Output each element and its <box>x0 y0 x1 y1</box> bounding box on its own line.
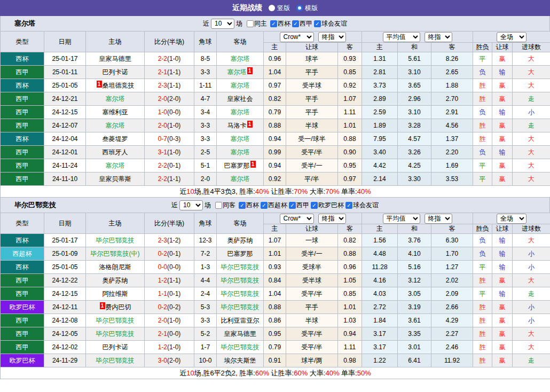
column-header: 客场 <box>217 213 264 234</box>
winloss-result-cell: 胜 <box>473 92 492 106</box>
handicap-line-cell: 平手 <box>286 92 338 106</box>
goals-result-cell: 大 <box>513 173 550 186</box>
corners-cell: 3-3 <box>194 66 217 79</box>
corners-cell: 4-7 <box>194 92 217 106</box>
team-name-text: 毕尔巴鄂竞技 <box>96 330 135 338</box>
away-team-cell: 皇家社会 <box>217 92 264 106</box>
summary-value: 70% <box>294 187 308 195</box>
avg-away-odds-cell: 1.88 <box>431 79 473 92</box>
column-subheader: 客 <box>431 43 473 52</box>
away-team-cell: 比利亚雷亚尔 <box>217 314 264 327</box>
summary-label: 场,胜4平3负3, 胜率: <box>194 187 255 195</box>
scope-select[interactable]: 全场 <box>497 32 527 42</box>
handicap-odds-header-group: Crow*终指 <box>264 32 362 43</box>
radio-horizontal-icon[interactable] <box>296 5 303 11</box>
column-header: 类型 <box>1 32 44 52</box>
recent-count-select[interactable]: 10 <box>179 200 203 210</box>
away-team-cell: 塞尔塔 <box>217 106 264 119</box>
column-subheader: 胜负 <box>473 224 492 234</box>
same-venue-checkbox[interactable] <box>247 20 254 27</box>
halftime-score: (0-0) <box>167 108 180 116</box>
handicap-away-odds-cell: 0.96 <box>338 261 362 274</box>
team-name-text: 皇家马德里 <box>224 330 256 338</box>
final-odds-select[interactable]: 终指 <box>318 214 346 224</box>
avg-draw-odds-cell: 4.25 <box>398 159 431 173</box>
league-cell: 西甲 <box>1 287 44 301</box>
goals-result-cell: 大 <box>513 146 550 159</box>
avg-home-odds-cell: 4.03 <box>362 287 398 301</box>
league-checkbox[interactable]: ✓ <box>292 20 299 27</box>
avg-home-odds-cell: 1.56 <box>362 234 398 247</box>
match-row: 西甲24-12-02巴列卡诺1-2(1-0)1-7毕尔巴鄂竞技0.79受平/半1… <box>1 341 550 354</box>
team-name-text: 埃尔夫斯堡 <box>224 357 256 364</box>
away-team-cell: 奥萨苏纳 <box>217 234 264 247</box>
corners-cell: 5-2 <box>194 327 217 341</box>
matches-table: 类型日期主场比分(半场)角球客场Crow*终指平均值终指全场主让球客主和客胜负让… <box>0 31 550 198</box>
radio-vertical-icon[interactable] <box>269 5 275 11</box>
halftime-score: (1-1) <box>167 68 180 76</box>
halftime-score: (0-0) <box>167 330 180 338</box>
halftime-score: (2-0) <box>167 95 180 103</box>
corners-cell: 5-3 <box>194 301 217 314</box>
date-cell: 24-12-22 <box>44 274 86 287</box>
summary-label: 大率: <box>308 369 325 377</box>
layout-option-horizontal[interactable]: 横版 <box>296 4 318 13</box>
halftime-score: (0-3) <box>167 135 180 143</box>
date-cell: 24-12-02 <box>44 341 86 354</box>
same-venue-checkbox[interactable] <box>215 202 222 209</box>
league-checkbox[interactable]: ✓ <box>345 202 352 209</box>
avg-home-odds-cell: 11.28 <box>362 261 398 274</box>
handicap-home-odds-cell: 0.95 <box>264 327 286 341</box>
layout-option-vertical[interactable]: 竖版 <box>269 4 290 13</box>
league-checkbox[interactable]: ✓ <box>314 20 321 27</box>
handicap-away-odds-cell: 0.88 <box>338 247 362 261</box>
league-checkbox[interactable]: ✓ <box>289 202 296 209</box>
avg-home-odds-cell: 4.48 <box>362 247 398 261</box>
league-filter: ✓西杯 <box>239 201 259 210</box>
handicap-home-odds-cell: 0.79 <box>264 106 286 119</box>
league-checkbox[interactable]: ✓ <box>311 202 318 209</box>
avg-draw-odds-cell: 3.01 <box>398 341 431 354</box>
average-odds-select[interactable]: 平均值 <box>383 214 420 224</box>
league-checkbox[interactable]: ✓ <box>239 202 246 209</box>
winloss-result-cell: 胜 <box>473 314 492 327</box>
away-team-cell: 埃尔夫斯堡 <box>217 354 264 367</box>
league-checkbox[interactable]: ✓ <box>270 20 277 27</box>
league-cell: 欧罗巴杯 <box>1 354 44 367</box>
same-venue-label: 同主 <box>254 19 267 28</box>
bookmaker-select[interactable]: Crow* <box>280 214 314 224</box>
fulltime-score: 1-2 <box>158 277 167 284</box>
winloss-result-cell: 胜 <box>473 119 492 132</box>
scope-select[interactable]: 全场 <box>497 214 527 224</box>
match-row: 西甲24-12-22奥萨苏纳1-2(1-1)4-4毕尔巴鄂竞技0.84受半球1.… <box>1 274 550 287</box>
halftime-score: (0-1) <box>167 290 180 297</box>
recent-label: 近 <box>171 201 178 210</box>
league-checkbox[interactable]: ✓ <box>261 202 268 209</box>
bookmaker-select[interactable]: Crow* <box>280 32 314 42</box>
recent-count-select[interactable]: 10 <box>211 19 234 29</box>
team-name-text: 塞尔塔 <box>231 135 250 143</box>
fulltime-score: 3-1 <box>158 148 167 156</box>
column-header: 日期 <box>44 32 86 52</box>
avg-home-odds-cell: 1.84 <box>362 314 398 327</box>
handicap-line-cell: 受半/一 <box>286 159 338 173</box>
handicap-line-cell: 受平/半 <box>286 327 338 341</box>
avg-home-odds-cell: 4.42 <box>362 159 398 173</box>
summary-value: 40% <box>325 369 339 377</box>
team-name-text: 塞尔塔 <box>106 95 125 103</box>
avg-draw-odds-cell: 4.57 <box>398 132 431 146</box>
team-name-text: 毕尔巴鄂竞技 <box>96 237 135 244</box>
away-team-cell: 毕尔巴鄂竞技 <box>217 301 264 314</box>
final-odds-select[interactable]: 终指 <box>318 32 346 42</box>
score-cell: 1-1(0-1) <box>145 287 194 301</box>
team-name-text: 奥萨苏纳 <box>227 237 253 244</box>
team-name-text: 毕尔巴鄂竞技 <box>221 277 260 284</box>
final-europe-odds-select[interactable]: 终指 <box>425 32 452 42</box>
final-europe-odds-select[interactable]: 终指 <box>425 214 452 224</box>
handicap-away-odds-cell: 0.82 <box>338 234 362 247</box>
match-row: 西甲24-12-15塞维利亚1-0(0-0)3-4塞尔塔0.79平手1.112.… <box>1 106 550 119</box>
team-name: 塞尔塔 <box>14 19 35 28</box>
home-team-cell: 塞尔塔 <box>86 92 145 106</box>
average-odds-select[interactable]: 平均值 <box>383 32 420 42</box>
halftime-score: (1-0) <box>167 122 180 129</box>
